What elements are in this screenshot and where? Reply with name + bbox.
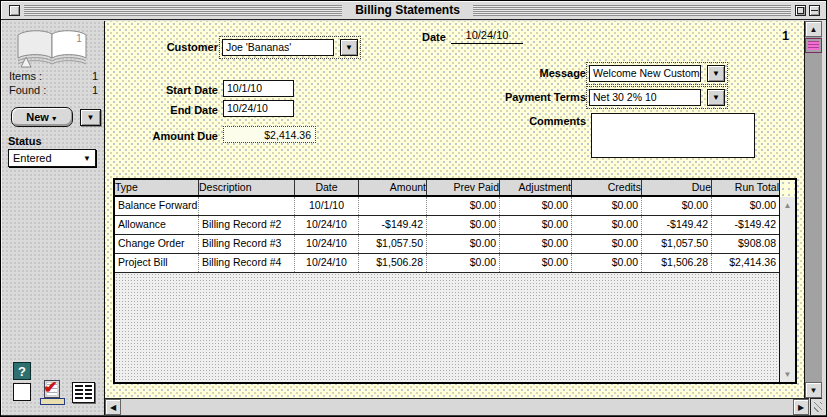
- table-empty-area: [115, 273, 779, 382]
- app-window: Billing Statements 1 Items : 1 Found : 1…: [0, 0, 827, 417]
- status-sidebar: 1 Items : 1 Found : 1 New ▼ ▼ Status Ent…: [1, 21, 105, 415]
- end-date-label: End Date: [119, 104, 218, 116]
- table-cell: $1,506.28: [359, 254, 427, 272]
- table-cell: Billing Record #2: [199, 216, 295, 234]
- table-scrollbar[interactable]: ▲ ▼: [779, 197, 795, 382]
- chevron-down-icon: ▼: [51, 115, 58, 122]
- column-header: Description: [199, 180, 295, 195]
- table-cell: $0.00: [427, 254, 500, 272]
- date-label: Date: [422, 31, 446, 43]
- table-cell: [359, 197, 427, 215]
- table-body: Balance Forward10/1/10$0.00$0.00$0.00$0.…: [115, 197, 795, 273]
- window-title: Billing Statements: [346, 3, 469, 17]
- chevron-down-icon: ▼: [87, 113, 95, 122]
- scroll-down-icon[interactable]: ▼: [805, 382, 822, 398]
- customer-dropdown-button[interactable]: ▼: [340, 39, 358, 56]
- vertical-scroll-thumb[interactable]: [805, 38, 822, 53]
- record-options-popup-button[interactable]: ▼: [80, 109, 101, 126]
- chevron-down-icon: ▼: [712, 93, 720, 102]
- table-cell: $0.00: [642, 197, 712, 215]
- table-row[interactable]: Balance Forward10/1/10$0.00$0.00$0.00$0.…: [115, 197, 779, 216]
- checklist-icon[interactable]: ✔: [40, 380, 65, 405]
- status-dropdown[interactable]: Entered ▼: [8, 149, 96, 167]
- window-frame-right: [822, 21, 826, 415]
- record-book-icon[interactable]: 1: [13, 27, 91, 75]
- table-cell: $0.00: [500, 216, 572, 234]
- customer-combo: Joe 'Bananas' ▼: [219, 36, 361, 59]
- table-cell: Billing Record #4: [199, 254, 295, 272]
- billing-table: TypeDescriptionDateAmountPrev PaidAdjust…: [113, 178, 797, 384]
- column-header: Due: [642, 180, 712, 195]
- message-input[interactable]: Welcome New Customer: [589, 65, 701, 82]
- table-row[interactable]: AllowanceBilling Record #210/24/10-$149.…: [115, 216, 779, 235]
- column-header: Amount: [359, 180, 427, 195]
- scroll-right-icon[interactable]: ▶: [793, 399, 809, 415]
- horizontal-scrollbar[interactable]: ◀ ▶: [105, 398, 809, 415]
- payment-terms-input[interactable]: Net 30 2% 10: [589, 89, 701, 106]
- table-row[interactable]: Change OrderBilling Record #310/24/10$1,…: [115, 235, 779, 254]
- found-label: Found :: [9, 84, 46, 96]
- layout-content: Customer Joe 'Bananas' ▼ Date 10/24/10 1…: [105, 21, 805, 398]
- message-dropdown-button[interactable]: ▼: [707, 65, 725, 82]
- table-corner: [779, 180, 795, 197]
- table-cell: $1,057.50: [642, 235, 712, 253]
- items-count-row: Items : 1: [9, 70, 98, 82]
- table-cell: $0.00: [572, 197, 642, 215]
- table-cell: -$149.42: [642, 216, 712, 234]
- items-value: 1: [92, 70, 98, 82]
- column-header: Credits: [572, 180, 642, 195]
- table-cell: $0.00: [427, 235, 500, 253]
- table-cell: $2,414.36: [712, 254, 779, 272]
- payment-terms-combo: Net 30 2% 10 ▼: [586, 86, 728, 109]
- table-cell: Change Order: [115, 235, 199, 253]
- table-row[interactable]: Project BillBilling Record #410/24/10$1,…: [115, 254, 779, 273]
- found-count-row: Found : 1: [9, 84, 98, 96]
- table-cell: $908.08: [712, 235, 779, 253]
- amount-due-value: $2,414.36: [223, 126, 316, 143]
- table-cell: Balance Forward: [115, 197, 199, 215]
- blank-checkbox-button[interactable]: [13, 383, 31, 401]
- table-cell: 10/1/10: [295, 197, 359, 215]
- vertical-scrollbar[interactable]: ▲ ▼: [804, 21, 822, 398]
- table-cell: -$149.42: [712, 216, 779, 234]
- comments-input[interactable]: [591, 113, 755, 158]
- new-record-button[interactable]: New ▼: [11, 107, 73, 127]
- column-header: Prev Paid: [427, 180, 500, 195]
- table-cell: Allowance: [115, 216, 199, 234]
- payment-terms-label: Payment Terms: [456, 91, 586, 103]
- scroll-up-icon[interactable]: ▲: [780, 198, 795, 212]
- scroll-up-icon[interactable]: ▲: [805, 21, 822, 37]
- table-cell: $0.00: [572, 216, 642, 234]
- table-cell: $0.00: [500, 254, 572, 272]
- message-combo: Welcome New Customer ▼: [586, 62, 728, 85]
- title-bar[interactable]: Billing Statements: [1, 1, 826, 20]
- scroll-left-icon[interactable]: ◀: [105, 399, 121, 415]
- scroll-down-icon[interactable]: ▼: [780, 367, 795, 381]
- found-value: 1: [92, 84, 98, 96]
- list-lines-glyph: [85, 385, 93, 400]
- table-cell: [199, 197, 295, 215]
- table-cell: 10/24/10: [295, 235, 359, 253]
- table-cell: Project Bill: [115, 254, 199, 272]
- table-cell: $0.00: [427, 197, 500, 215]
- column-header: Run Total: [712, 180, 779, 195]
- list-lines-glyph: [75, 385, 83, 400]
- new-button-label: New: [26, 111, 49, 123]
- close-box-icon[interactable]: [9, 5, 20, 16]
- end-date-input[interactable]: 10/24/10: [223, 100, 294, 117]
- tray-glyph: [40, 398, 65, 405]
- date-input[interactable]: 10/24/10: [451, 29, 523, 44]
- start-date-input[interactable]: 10/1/10: [223, 80, 294, 97]
- red-checkmark-glyph: ✔: [43, 377, 57, 398]
- payment-terms-dropdown-button[interactable]: ▼: [707, 89, 725, 106]
- table-cell: -$149.42: [359, 216, 427, 234]
- customer-input[interactable]: Joe 'Bananas': [222, 39, 334, 56]
- chevron-down-icon: ▼: [712, 69, 720, 78]
- zoom-box-icon[interactable]: [795, 5, 806, 16]
- collapse-box-icon[interactable]: [809, 5, 820, 16]
- table-cell: 10/24/10: [295, 216, 359, 234]
- table-cell: $1,057.50: [359, 235, 427, 253]
- chevron-down-icon: ▼: [83, 154, 91, 163]
- list-view-icon[interactable]: [72, 382, 95, 403]
- help-icon[interactable]: ?: [13, 362, 31, 380]
